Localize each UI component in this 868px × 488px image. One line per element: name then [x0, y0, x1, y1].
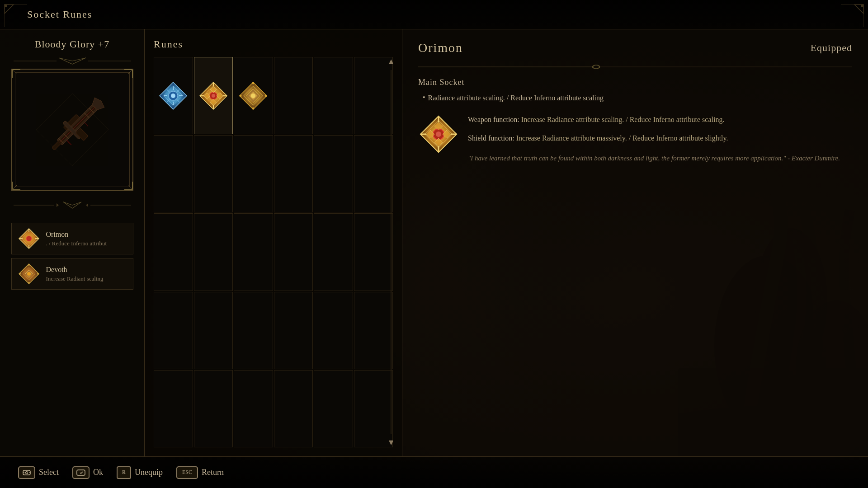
corner-decoration-tl	[2, 2, 27, 27]
rune-cell-1[interactable]	[194, 57, 233, 134]
unequip-key-icon: R	[117, 466, 131, 479]
unequip-label: Unequip	[135, 468, 163, 477]
equipped-rune-devoth[interactable]: Devoth Increase Radiant scaling	[11, 258, 133, 290]
scroll-controls: ▲ ▼	[387, 57, 393, 447]
devoth-desc: Increase Radiant scaling	[46, 275, 104, 282]
svg-point-66	[252, 107, 255, 109]
socket-type-label: Main Socket	[418, 78, 852, 87]
unequip-button[interactable]: R Unequip	[117, 466, 163, 479]
runes-grid	[154, 57, 393, 447]
detail-text-column: Weapon function: Increase Radiance attri…	[468, 114, 852, 164]
svg-point-5	[861, 5, 863, 7]
bottom-ornament	[14, 201, 131, 209]
socket-effect-text: Radiance attribute scaling. / Reduce Inf…	[428, 93, 604, 103]
scroll-down-arrow[interactable]: ▼	[387, 438, 393, 447]
rune-cell-8[interactable]	[234, 135, 273, 212]
select-key-icon	[18, 466, 35, 479]
corner-decoration-tr	[841, 2, 866, 27]
rune-cell-14[interactable]	[234, 213, 273, 291]
svg-point-23	[26, 236, 32, 241]
right-panel: Orimon Equipped Main Socket • Radiance a…	[402, 29, 868, 456]
rune-cell-2[interactable]	[234, 57, 273, 134]
svg-point-85	[26, 471, 28, 474]
ok-key-icon	[72, 466, 90, 479]
orimon-icon-small	[17, 227, 41, 250]
svg-point-65	[252, 82, 255, 84]
scroll-up-arrow[interactable]: ▲	[387, 57, 393, 66]
select-label: Select	[39, 468, 59, 477]
weapon-title: Bloody Glory +7	[35, 38, 110, 50]
rune-cell-28[interactable]	[314, 370, 353, 447]
socketed-runes-list: Orimon . / Reduce Inferno attribut	[11, 223, 133, 290]
svg-line-90	[81, 472, 83, 474]
rune-cell-27[interactable]	[274, 370, 313, 447]
middle-panel: Runes ▲ ▼	[145, 29, 402, 456]
rune-cell-0[interactable]	[154, 57, 193, 134]
gamepad-icon	[22, 468, 32, 478]
left-panel: Bloody Glory +7	[0, 29, 145, 456]
rune-cell-6[interactable]	[154, 135, 193, 212]
rune-cell-15[interactable]	[274, 213, 313, 291]
svg-point-39	[171, 94, 175, 98]
rune-cell-25[interactable]	[194, 370, 233, 447]
svg-point-34	[19, 273, 21, 275]
rune-cell-20[interactable]	[234, 292, 273, 369]
rune-cell-24[interactable]	[154, 370, 193, 447]
top-bar: Socket Runes	[0, 0, 868, 29]
orimon-grid-icon	[198, 80, 229, 112]
svg-point-64	[251, 94, 255, 98]
svg-point-35	[37, 273, 39, 275]
orimon-detail-icon	[418, 114, 459, 155]
detail-header: Orimon Equipped	[418, 41, 852, 55]
equipped-rune-orimon[interactable]: Orimon . / Reduce Inferno attribut	[11, 223, 133, 254]
weapon-image	[27, 84, 118, 175]
page-title: Socket Runes	[27, 9, 92, 20]
orimon-name: Orimon	[46, 230, 107, 239]
rune-quote: "I have learned that truth can be found …	[468, 153, 852, 164]
return-key-icon: ESC	[176, 466, 198, 479]
return-label: Return	[202, 468, 224, 477]
svg-point-4	[5, 5, 7, 7]
ok-button[interactable]: Ok	[72, 466, 103, 479]
weapon-func-label: Weapon function:	[468, 116, 521, 123]
rune-cell-18[interactable]	[154, 292, 193, 369]
bottom-bar: Select Ok R Unequip ESC Return	[0, 456, 868, 488]
devoth-name: Devoth	[46, 266, 104, 274]
scroll-track	[391, 70, 392, 434]
ok-gamepad-icon	[76, 468, 86, 478]
shield-func-desc: Increase Radiance attribute massively. /…	[516, 134, 728, 142]
top-ornament	[14, 57, 131, 65]
runes-title: Runes	[154, 38, 393, 50]
svg-point-75	[436, 131, 441, 137]
rune-cell-7[interactable]	[194, 135, 233, 212]
devoth-icon-small	[17, 262, 41, 286]
rune-cell-19[interactable]	[194, 292, 233, 369]
rune-cell-10[interactable]	[314, 135, 353, 212]
rune-cell-3[interactable]	[274, 57, 313, 134]
rune-cell-13[interactable]	[194, 213, 233, 291]
rune-cell-21[interactable]	[274, 292, 313, 369]
svg-point-68	[265, 94, 267, 97]
main-layout: Bloody Glory +7	[0, 29, 868, 456]
select-button[interactable]: Select	[18, 466, 59, 479]
rune-cell-9[interactable]	[274, 135, 313, 212]
rune-cell-12[interactable]	[154, 213, 193, 291]
orimon-slot-info: Orimon . / Reduce Inferno attribut	[46, 230, 107, 247]
svg-point-67	[240, 94, 242, 97]
rune-cell-26[interactable]	[234, 370, 273, 447]
blue-rune-icon	[157, 80, 189, 112]
r-key-label: R	[122, 469, 126, 476]
svg-point-33	[28, 282, 30, 284]
weapon-function-text: Weapon function: Increase Radiance attri…	[468, 114, 852, 126]
esc-key-label: ESC	[182, 469, 192, 476]
rune-cell-4[interactable]	[314, 57, 353, 134]
svg-point-51	[212, 94, 215, 98]
rune-cell-22[interactable]	[314, 292, 353, 369]
rune-cell-16[interactable]	[314, 213, 353, 291]
devoth-slot-info: Devoth Increase Radiant scaling	[46, 266, 104, 282]
return-button[interactable]: ESC Return	[176, 466, 224, 479]
socket-effect-item: • Radiance attribute scaling. / Reduce I…	[418, 93, 852, 103]
shield-func-label: Shield function:	[468, 134, 516, 142]
svg-point-32	[28, 264, 30, 266]
detail-desc-block: Weapon function: Increase Radiance attri…	[418, 114, 852, 164]
